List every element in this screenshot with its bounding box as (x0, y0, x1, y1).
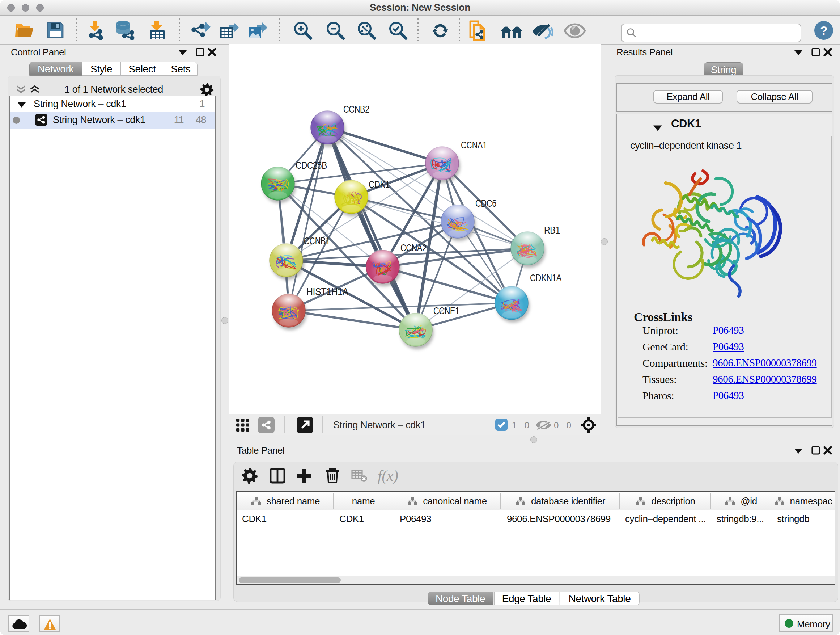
svg-text:CCNB1: CCNB1 (304, 235, 330, 247)
svg-text:CCNA2: CCNA2 (401, 242, 426, 253)
svg-text:CCNE1: CCNE1 (433, 305, 459, 317)
svg-text:CCNA1: CCNA1 (461, 139, 487, 150)
svg-text:CDK1: CDK1 (369, 179, 390, 190)
svg-text:CCNB2: CCNB2 (343, 103, 369, 115)
svg-text:?: ? (820, 24, 827, 37)
svg-text:CDKN1A: CDKN1A (530, 272, 562, 283)
svg-text:CDC6: CDC6 (475, 198, 496, 209)
svg-text:RB1: RB1 (544, 225, 560, 236)
svg-text:HIST1H1A: HIST1H1A (306, 286, 349, 297)
svg-text:CDC25B: CDC25B (295, 160, 327, 171)
